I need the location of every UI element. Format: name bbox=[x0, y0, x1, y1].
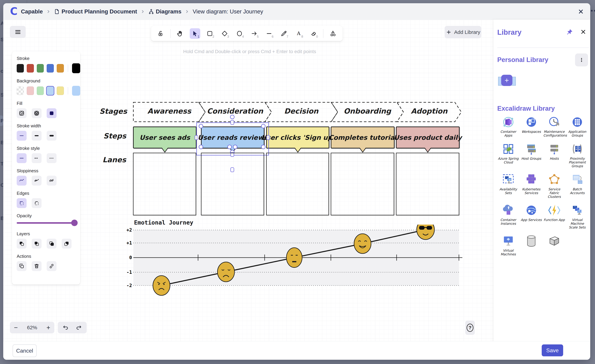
edges-round-button[interactable] bbox=[32, 198, 42, 208]
library-item[interactable] bbox=[543, 234, 566, 256]
bg-color-blue-selected[interactable] bbox=[47, 86, 54, 95]
library-item[interactable]: App Services bbox=[520, 204, 543, 229]
link-button[interactable] bbox=[47, 261, 57, 271]
breadcrumb-app[interactable]: Capable bbox=[21, 8, 43, 15]
rectangle-tool[interactable]: 2 bbox=[205, 28, 215, 39]
selection-handle[interactable] bbox=[230, 120, 234, 125]
personal-library-menu-button[interactable] bbox=[575, 53, 588, 66]
face-sad[interactable] bbox=[218, 262, 234, 282]
library-item[interactable]: Virtual Machine Scale Sets bbox=[566, 204, 589, 229]
library-item[interactable]: Service Fabric Clusters bbox=[543, 173, 566, 198]
stroke-width-bold-button[interactable] bbox=[32, 131, 42, 141]
bring-to-front-button[interactable] bbox=[62, 239, 71, 249]
library-item[interactable]: Availability Sets bbox=[497, 173, 520, 198]
stage-onboarding[interactable]: Onboarding bbox=[338, 106, 396, 116]
undo-icon[interactable] bbox=[62, 324, 69, 331]
breadcrumb-section[interactable]: Diagrams bbox=[156, 8, 181, 15]
bg-color-yellow[interactable] bbox=[57, 86, 64, 95]
bg-color-pink[interactable] bbox=[27, 86, 34, 95]
draw-tool[interactable]: 7 bbox=[279, 28, 289, 39]
bg-color-green[interactable] bbox=[37, 86, 44, 95]
library-item[interactable]: Container Apps bbox=[497, 115, 520, 137]
library-item[interactable]: Proximity Placement Groups bbox=[566, 142, 589, 168]
selection-handle[interactable] bbox=[233, 145, 237, 149]
face-angry[interactable] bbox=[153, 276, 170, 295]
send-backward-button[interactable] bbox=[32, 239, 42, 249]
lane-awareness[interactable] bbox=[133, 153, 196, 215]
close-icon[interactable] bbox=[577, 8, 584, 15]
library-item[interactable]: Azure Spring Cloud bbox=[497, 142, 520, 168]
selection-handle[interactable] bbox=[227, 145, 232, 149]
hand-tool[interactable] bbox=[175, 28, 185, 39]
line-tool[interactable]: 6 bbox=[264, 28, 274, 39]
shapes-tool[interactable] bbox=[328, 28, 338, 39]
stroke-color-orange[interactable] bbox=[57, 64, 64, 72]
selection-handle[interactable] bbox=[199, 124, 203, 128]
library-item[interactable]: Hosts bbox=[543, 142, 566, 168]
lock-tool[interactable] bbox=[156, 28, 166, 39]
sloppiness-cartoonist-button[interactable] bbox=[47, 176, 57, 186]
stage-consideration[interactable]: Consideration bbox=[206, 106, 264, 116]
menu-button[interactable] bbox=[10, 26, 26, 38]
text-tool[interactable]: A8 bbox=[293, 28, 304, 39]
step-user-sees-ads[interactable]: User sees ads bbox=[133, 126, 197, 148]
lane-decision[interactable] bbox=[266, 153, 329, 215]
selection-handle[interactable] bbox=[230, 115, 234, 119]
stroke-style-dotted-button[interactable] bbox=[47, 153, 57, 163]
library-close-icon[interactable] bbox=[580, 28, 587, 35]
library-item[interactable]: Container Instances bbox=[497, 204, 520, 229]
selection-handle[interactable] bbox=[194, 135, 198, 140]
step-uses-product-daily[interactable]: Uses product daily bbox=[396, 126, 460, 148]
stroke-width-extrabold-button[interactable] bbox=[47, 131, 57, 141]
current-stroke-color[interactable] bbox=[72, 63, 80, 73]
fill-solid-button[interactable] bbox=[47, 108, 57, 118]
library-item[interactable]: Batch Accounts bbox=[566, 173, 589, 198]
edges-sharp-button[interactable] bbox=[17, 198, 27, 208]
stroke-color-red[interactable] bbox=[27, 64, 34, 72]
opacity-slider-knob[interactable] bbox=[71, 220, 78, 226]
help-button[interactable]: ? bbox=[465, 321, 475, 335]
selection-tool[interactable]: 1 bbox=[190, 28, 200, 39]
lane-consideration[interactable] bbox=[201, 153, 264, 215]
add-to-personal-library-button[interactable] bbox=[501, 75, 512, 86]
library-item[interactable]: Host Groups bbox=[520, 142, 543, 168]
redo-icon[interactable] bbox=[76, 324, 82, 331]
fill-crosshatch-button[interactable] bbox=[32, 108, 42, 118]
current-background-color[interactable] bbox=[72, 86, 80, 96]
library-item[interactable]: Virtual Machines bbox=[497, 234, 520, 256]
opacity-slider[interactable] bbox=[17, 222, 77, 224]
arrow-tool[interactable]: 5 bbox=[249, 28, 260, 39]
duplicate-button[interactable] bbox=[17, 261, 27, 271]
selection-handle[interactable] bbox=[199, 145, 203, 149]
bring-forward-button[interactable] bbox=[47, 239, 57, 249]
stage-decision[interactable]: Decision bbox=[272, 106, 330, 116]
pin-icon[interactable] bbox=[566, 28, 573, 35]
stroke-color-black[interactable] bbox=[17, 64, 24, 72]
stroke-width-thin-button[interactable] bbox=[17, 131, 27, 141]
stroke-style-dashed-button[interactable] bbox=[32, 153, 42, 163]
library-item[interactable] bbox=[520, 234, 543, 256]
lane-onboarding[interactable] bbox=[331, 153, 394, 215]
bg-color-transparent[interactable] bbox=[17, 86, 24, 95]
stage-adoption[interactable]: Adoption bbox=[400, 106, 458, 116]
zoom-level[interactable]: 62% bbox=[27, 325, 37, 330]
save-button[interactable]: Save bbox=[542, 344, 563, 356]
lane-adoption[interactable] bbox=[396, 153, 459, 215]
library-item[interactable]: Maintenance Configurations bbox=[543, 115, 566, 137]
library-item[interactable]: Function App bbox=[543, 204, 566, 229]
stage-awareness[interactable]: Awareness bbox=[140, 106, 198, 116]
fill-hachure-button[interactable] bbox=[17, 108, 27, 118]
diamond-tool[interactable]: 3 bbox=[219, 28, 230, 39]
selection-handle[interactable] bbox=[261, 124, 265, 128]
step-user-clicks-sign-up[interactable]: User clicks 'Sign up' bbox=[266, 126, 329, 148]
sloppiness-architect-button[interactable] bbox=[17, 176, 27, 186]
send-to-back-button[interactable] bbox=[17, 239, 27, 249]
library-item[interactable]: Kubernetes Services bbox=[520, 173, 543, 198]
add-library-button[interactable]: Add Library bbox=[445, 26, 481, 38]
stroke-color-green[interactable] bbox=[37, 64, 44, 72]
face-happy[interactable] bbox=[354, 234, 371, 253]
stroke-color-blue[interactable] bbox=[47, 64, 54, 72]
ellipse-tool[interactable]: 4 bbox=[234, 28, 245, 39]
delete-button[interactable] bbox=[32, 261, 42, 271]
stroke-style-solid-button[interactable] bbox=[17, 153, 27, 163]
